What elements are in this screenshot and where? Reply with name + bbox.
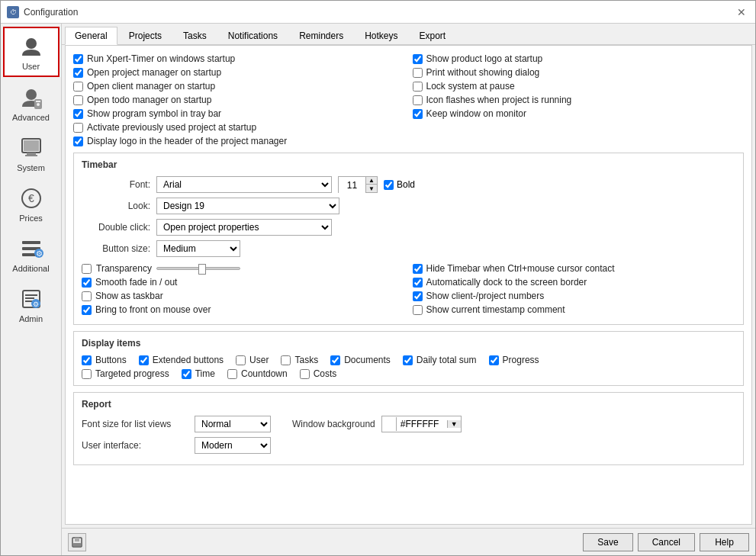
startup-checkboxes: Run Xpert-Timer on windows startup Show …: [73, 53, 744, 146]
font-size-report-select[interactable]: Normal Small Large: [195, 416, 271, 432]
checkbox-display-logo-label: Display logo in the header of the projec…: [87, 136, 287, 146]
bold-label: Bold: [397, 179, 415, 190]
di-countdown-label: Countdown: [241, 368, 288, 379]
sidebar-item-user[interactable]: User: [3, 27, 60, 77]
hide-timebar-label: Hide Timebar when Ctrl+mouse cursor cont…: [426, 263, 615, 274]
checkbox-icon-flashes: Icon flashes when project is running: [413, 95, 745, 105]
sidebar-item-additional[interactable]: ⚙ Additional: [3, 230, 60, 278]
di-documents: Documents: [330, 355, 391, 365]
di-targeted-progress-input[interactable]: [82, 369, 92, 379]
spinner-buttons: ▲ ▼: [365, 177, 377, 192]
checkbox-show-client-numbers-input[interactable]: [413, 291, 423, 301]
save-icon-button[interactable]: [68, 533, 86, 551]
checkbox-icon-flashes-label: Icon flashes when project is running: [426, 95, 572, 105]
checkbox-display-logo-input[interactable]: [73, 137, 83, 146]
checkbox-open-todo-label: Open todo manager on startup: [87, 95, 211, 105]
checkbox-open-client-input[interactable]: [73, 82, 83, 92]
sidebar-item-prices[interactable]: € Prices: [3, 179, 60, 228]
double-click-row: Double click: Open project properties: [82, 219, 735, 236]
font-size-report-label: Font size for list views: [82, 419, 188, 429]
di-countdown: Countdown: [227, 368, 288, 379]
sidebar-prices-label: Prices: [19, 214, 43, 223]
show-client-numbers-label: Show client-/project numbers: [426, 291, 545, 301]
checkbox-show-taskbar-input[interactable]: [82, 291, 92, 301]
sidebar-item-advanced[interactable]: Advanced: [3, 79, 60, 127]
checkbox-open-todo-input[interactable]: [73, 95, 83, 105]
tab-projects[interactable]: Projects: [119, 27, 172, 44]
tab-hotkeys[interactable]: Hotkeys: [355, 27, 407, 44]
checkbox-smooth-fade-input[interactable]: [82, 278, 92, 288]
cancel-button[interactable]: Cancel: [638, 533, 695, 551]
font-size-input[interactable]: [339, 177, 365, 194]
font-size-spinner: ▲ ▼: [338, 176, 378, 193]
user-interface-label: User interface:: [82, 440, 188, 451]
checkbox-show-program-input[interactable]: [73, 109, 83, 119]
svg-rect-23: [75, 538, 79, 542]
checkbox-show-timestamp-input[interactable]: [413, 305, 423, 315]
tab-tasks[interactable]: Tasks: [173, 27, 217, 44]
checkbox-transparency-input[interactable]: [82, 264, 92, 274]
di-daily-total-input[interactable]: [403, 355, 413, 365]
checkbox-icon-flashes-input[interactable]: [413, 95, 423, 105]
advanced-icon: [18, 84, 45, 111]
checkbox-print-without-input[interactable]: [413, 68, 423, 78]
checkbox-activate-prev-label: Activate previously used project at star…: [87, 122, 256, 133]
di-countdown-input[interactable]: [227, 369, 237, 379]
tab-notifications[interactable]: Notifications: [218, 27, 288, 44]
tab-general[interactable]: General: [65, 27, 117, 45]
transparency-slider[interactable]: [156, 267, 240, 270]
font-select[interactable]: Arial: [156, 176, 332, 193]
di-time-input[interactable]: [182, 369, 191, 379]
tab-export[interactable]: Export: [410, 27, 456, 44]
svg-rect-6: [24, 140, 39, 151]
tab-reminders[interactable]: Reminders: [289, 27, 353, 44]
color-text-input[interactable]: [397, 419, 447, 429]
right-panel: General Projects Tasks Notifications Rem…: [62, 24, 755, 555]
look-select[interactable]: Design 19: [156, 198, 339, 214]
sidebar-advanced-label: Advanced: [12, 113, 50, 122]
window-title: Configuration: [24, 7, 78, 18]
user-interface-select[interactable]: Modern Classic: [195, 437, 271, 454]
sidebar-item-admin[interactable]: ⚙ Admin: [3, 280, 60, 329]
di-progress-input[interactable]: [489, 355, 499, 365]
color-dropdown-btn[interactable]: ▼: [447, 420, 461, 428]
tabs-bar: General Projects Tasks Notifications Rem…: [62, 24, 755, 45]
close-button[interactable]: ✕: [734, 5, 749, 20]
di-tasks-input[interactable]: [281, 355, 291, 365]
double-click-select[interactable]: Open project properties: [156, 219, 332, 236]
help-button[interactable]: Help: [700, 533, 749, 551]
font-label: Font:: [82, 179, 150, 190]
bold-checkbox[interactable]: [384, 180, 394, 190]
look-label: Look:: [82, 201, 150, 211]
di-user-input[interactable]: [236, 355, 246, 365]
checkbox-auto-dock-input[interactable]: [413, 278, 423, 288]
save-button[interactable]: Save: [583, 533, 632, 551]
svg-rect-11: [22, 241, 40, 244]
checkbox-run-xpert-input[interactable]: [73, 54, 83, 64]
transparency-label: Transparency: [96, 263, 152, 274]
checkbox-show-logo-input[interactable]: [413, 54, 423, 64]
sidebar: User Advanced: [1, 24, 62, 555]
spinner-up-btn[interactable]: ▲: [366, 177, 377, 185]
display-items-section: Display items Buttons Extended buttons: [73, 331, 744, 386]
checkbox-open-project-input[interactable]: [73, 68, 83, 78]
prices-icon: €: [18, 185, 45, 212]
checkbox-keep-window-label: Keep window on monitor: [426, 108, 526, 119]
di-costs-input[interactable]: [300, 369, 310, 379]
checkbox-bring-to-front: Bring to front on mouse over: [82, 304, 405, 315]
di-extended-buttons: Extended buttons: [139, 355, 224, 365]
checkbox-activate-prev-input[interactable]: [73, 123, 83, 133]
checkbox-lock-system-input[interactable]: [413, 82, 423, 92]
sidebar-item-system[interactable]: System: [3, 129, 60, 178]
button-size-select[interactable]: Medium: [156, 240, 240, 257]
di-buttons-input[interactable]: [82, 355, 92, 365]
checkbox-keep-window-input[interactable]: [413, 109, 423, 119]
spinner-down-btn[interactable]: ▼: [366, 185, 377, 192]
checkbox-bring-to-front-input[interactable]: [82, 305, 92, 315]
checkbox-hide-timebar-input[interactable]: [413, 264, 423, 274]
sidebar-system-label: System: [17, 163, 45, 172]
di-extended-buttons-input[interactable]: [139, 355, 149, 365]
window-bg-color-input[interactable]: ▼: [381, 416, 462, 432]
di-documents-input[interactable]: [330, 355, 340, 365]
checkbox-open-project: Open project manager on startup: [73, 67, 405, 78]
